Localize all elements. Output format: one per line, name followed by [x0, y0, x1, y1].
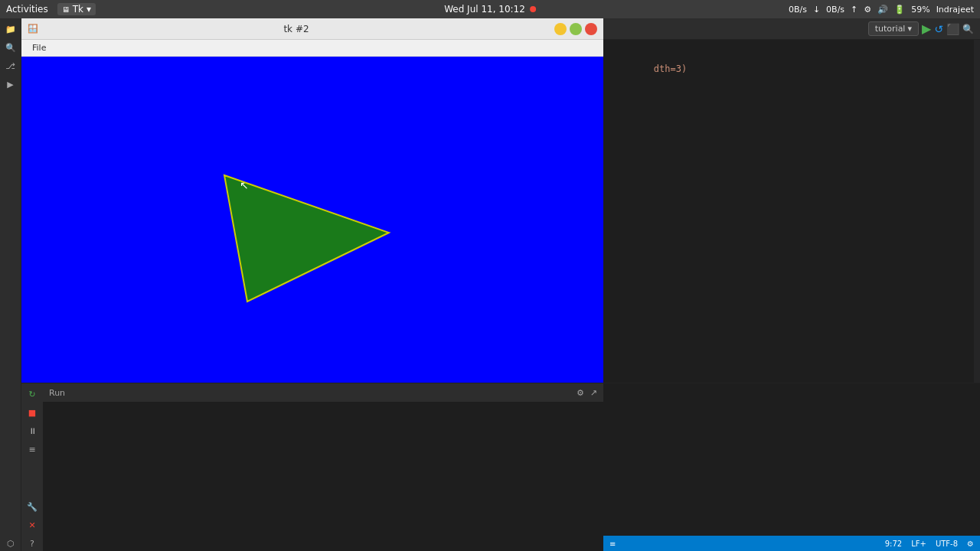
run-list-icon[interactable]: ≡ — [24, 442, 40, 457]
run-panel-header: Run ⚙ ↗ — [43, 383, 603, 402]
run-stop-icon[interactable]: ■ — [24, 405, 40, 420]
file-menu-item[interactable]: File — [28, 43, 51, 53]
clock-display: Wed Jul 11, 10:12 — [444, 4, 525, 15]
tk-window: 🪟 tk #2 File ↖ — [21, 18, 603, 383]
tk-canvas: ↖ — [21, 57, 603, 383]
tk-menubar: File — [21, 40, 603, 57]
sidebar-folder-icon[interactable]: 📁 — [3, 21, 18, 37]
editor-panel: tutorial ▾ ▶ ↺ ⬛ 🔍 dth=3) ≡ 9:72 LF+ — [603, 18, 980, 551]
status-bar-left: ≡ — [609, 540, 616, 548]
search-icon[interactable]: 🔍 — [962, 24, 974, 34]
editor-toolbar: tutorial ▾ ▶ ↺ ⬛ 🔍 — [603, 18, 980, 40]
settings-icon[interactable]: ⚙ — [864, 5, 871, 15]
project-selector[interactable]: tutorial ▾ — [868, 21, 919, 36]
triangle-svg — [21, 57, 603, 383]
battery-percent: 59% — [911, 5, 929, 15]
run-help-icon[interactable]: ? — [24, 536, 40, 551]
tk-app-menu[interactable]: 🖥 Tk ▾ — [57, 3, 96, 15]
status-bar-right: 9:72 LF+ UTF-8 ⚙ — [885, 540, 974, 548]
sidebar-search-icon[interactable]: 🔍 — [3, 40, 18, 55]
run-sidebar: ↻ ■ ⏸ ≡ 🔧 ✕ ? — [21, 383, 43, 551]
system-bar-left: Activities 🖥 Tk ▾ — [6, 3, 96, 15]
stop-button[interactable]: ⬛ — [946, 23, 959, 35]
project-name: tutorial — [875, 24, 906, 34]
net-up: 0B/s — [826, 5, 844, 15]
activities-button[interactable]: Activities — [6, 4, 48, 15]
wm-maximize-button[interactable] — [570, 23, 582, 35]
sidebar-scm-icon[interactable]: ⎇ — [3, 58, 18, 73]
editor-content: dth=3) — [603, 40, 980, 383]
run-label: Run — [49, 388, 65, 398]
rerun-button[interactable]: ↺ — [934, 23, 943, 35]
run-settings-icon[interactable]: ⚙ — [577, 388, 584, 398]
sidebar-debug-icon[interactable]: ▶ — [3, 77, 18, 92]
editor-scrollbar[interactable] — [974, 40, 980, 383]
tk-window-title: tk #2 — [283, 24, 309, 34]
net-down: 0B/s — [789, 5, 807, 15]
system-bar-clock: Wed Jul 11, 10:12 — [444, 4, 536, 15]
cursor-position: 9:72 — [885, 540, 902, 548]
system-bar: Activities 🖥 Tk ▾ Wed Jul 11, 10:12 0B/s… — [0, 0, 980, 18]
run-panel: Run ⚙ ↗ — [43, 383, 603, 551]
encoding: UTF-8 — [936, 540, 958, 548]
main-area: 📁 🔍 ⎇ ▶ ⬡ 🪟 tk #2 File — [0, 18, 980, 551]
recording-indicator — [530, 6, 536, 12]
run-cross-icon[interactable]: ✕ — [24, 517, 40, 533]
tk-label: Tk — [73, 4, 83, 15]
net-down-icon: ↓ — [813, 5, 820, 15]
green-triangle — [224, 175, 389, 302]
run-maximize-icon[interactable]: ↗ — [590, 388, 597, 398]
line-endings: LF+ — [911, 540, 926, 548]
run-pause-icon[interactable]: ⏸ — [24, 423, 40, 439]
volume-icon[interactable]: 🔊 — [877, 5, 888, 15]
code-text: dth=3) — [654, 64, 687, 74]
user-name: Indrajeet — [936, 5, 974, 15]
run-refresh-icon[interactable]: ↻ — [24, 386, 40, 402]
battery-icon[interactable]: 🔋 — [894, 5, 905, 15]
play-button[interactable]: ▶ — [922, 21, 931, 36]
activity-bar: 📁 🔍 ⎇ ▶ ⬡ — [0, 18, 21, 551]
net-up-icon: ↑ — [851, 5, 858, 15]
status-icon[interactable]: ≡ — [609, 540, 616, 548]
right-bottom-panel — [603, 383, 980, 551]
tk-window-icon: 🪟 — [28, 24, 38, 34]
project-dropdown-icon: ▾ — [907, 24, 912, 34]
run-wrench-icon[interactable]: 🔧 — [24, 499, 40, 514]
run-content — [43, 402, 603, 551]
tk-dropdown-arrow: ▾ — [87, 4, 91, 15]
tk-titlebar: 🪟 tk #2 — [21, 18, 603, 40]
code-line: dth=3) — [609, 46, 974, 92]
tk-window-controls — [554, 23, 597, 35]
status-settings-icon[interactable]: ⚙ — [967, 540, 974, 548]
sidebar-extensions-icon[interactable]: ⬡ — [3, 536, 18, 551]
wm-minimize-button[interactable] — [554, 23, 567, 35]
wm-close-button[interactable] — [585, 23, 597, 35]
tk-titlebar-left: 🪟 — [28, 24, 38, 34]
bottom-panel: ↻ ■ ⏸ ≡ 🔧 ✕ ? Run ⚙ ↗ — [21, 383, 603, 551]
status-bar: ≡ 9:72 LF+ UTF-8 ⚙ — [603, 536, 980, 551]
system-bar-right: 0B/s ↓ 0B/s ↑ ⚙ 🔊 🔋 59% Indrajeet — [789, 5, 974, 15]
